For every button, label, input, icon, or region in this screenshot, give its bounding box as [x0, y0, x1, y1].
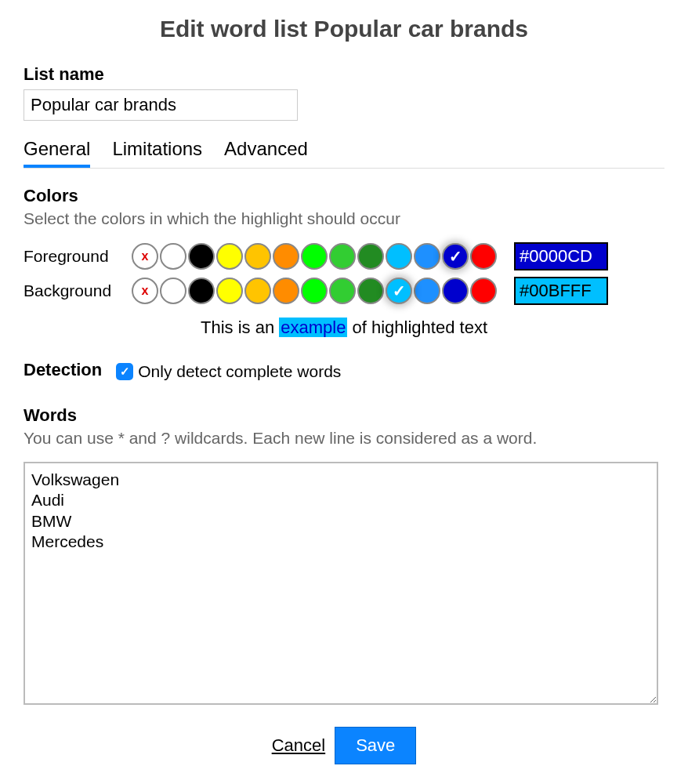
foreground-row: Foreground x: [24, 242, 664, 270]
background-swatch[interactable]: [273, 278, 299, 304]
colors-title: Colors: [24, 186, 664, 206]
foreground-swatch[interactable]: [329, 243, 356, 270]
example-prefix: This is an: [201, 318, 279, 337]
detection-title: Detection: [24, 360, 102, 380]
page-title: Edit word list Popular car brands: [24, 16, 664, 42]
foreground-swatch[interactable]: [386, 243, 412, 270]
example-line: This is an example of highlighted text: [24, 318, 664, 338]
foreground-label: Foreground: [24, 247, 127, 266]
tabs: General Limitations Advanced: [24, 138, 664, 169]
background-swatch[interactable]: [301, 278, 328, 304]
background-swatch[interactable]: [470, 278, 497, 304]
detection-checkbox-label: Only detect complete words: [138, 362, 341, 381]
colors-desc: Select the colors in which the highlight…: [24, 209, 664, 228]
background-swatch[interactable]: [442, 278, 469, 304]
background-row: Background x: [24, 277, 664, 305]
background-swatch[interactable]: [216, 278, 243, 304]
foreground-swatch[interactable]: [273, 243, 299, 270]
cancel-button[interactable]: Cancel: [272, 735, 325, 756]
background-label: Background: [24, 281, 127, 300]
detection-checkbox[interactable]: [116, 363, 133, 380]
background-swatch[interactable]: [160, 278, 186, 304]
foreground-swatch[interactable]: [160, 243, 186, 270]
foreground-swatch[interactable]: [188, 243, 215, 270]
example-highlight: example: [279, 318, 347, 337]
foreground-swatch[interactable]: [216, 243, 243, 270]
foreground-swatch[interactable]: [357, 243, 384, 270]
example-suffix: of highlighted text: [347, 318, 487, 337]
background-swatch[interactable]: x: [132, 278, 158, 304]
background-swatch[interactable]: [357, 278, 384, 304]
background-swatch[interactable]: [244, 278, 271, 304]
tab-advanced[interactable]: Advanced: [224, 138, 308, 168]
tab-limitations[interactable]: Limitations: [112, 138, 202, 168]
words-desc: You can use * and ? wildcards. Each new …: [24, 429, 664, 448]
save-button[interactable]: Save: [335, 727, 416, 764]
foreground-swatch[interactable]: [470, 243, 497, 270]
list-name-input[interactable]: [24, 89, 298, 121]
foreground-swatch[interactable]: [301, 243, 328, 270]
background-hex-input[interactable]: [514, 277, 608, 305]
background-swatch[interactable]: [188, 278, 215, 304]
foreground-hex-input[interactable]: [514, 242, 608, 270]
foreground-swatch[interactable]: x: [132, 243, 158, 270]
background-swatch[interactable]: [329, 278, 356, 304]
words-textarea[interactable]: [24, 462, 658, 705]
tab-general[interactable]: General: [24, 138, 90, 168]
foreground-swatch[interactable]: [244, 243, 271, 270]
background-swatch[interactable]: [386, 278, 412, 304]
list-name-label: List name: [24, 64, 664, 85]
words-title: Words: [24, 405, 664, 426]
foreground-swatch[interactable]: [414, 243, 440, 270]
background-swatch[interactable]: [414, 278, 440, 304]
foreground-swatch[interactable]: [442, 243, 469, 270]
